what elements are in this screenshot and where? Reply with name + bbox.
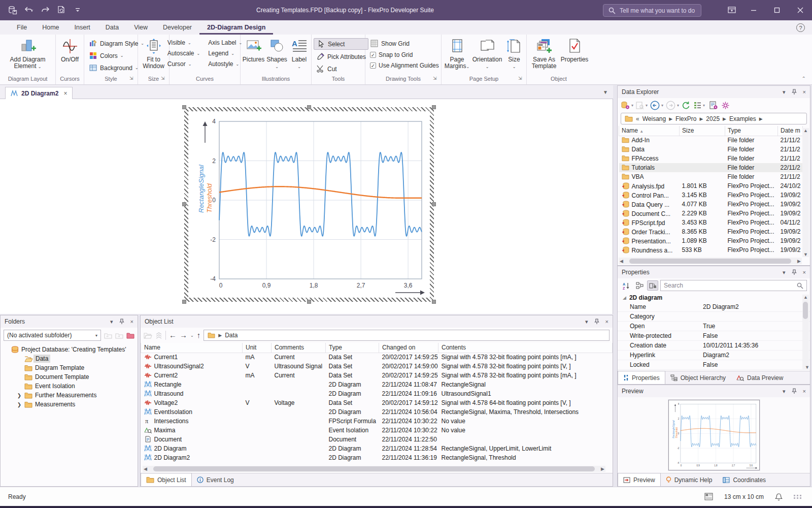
notifications-bell-icon[interactable] (775, 493, 783, 501)
page-layout-icon[interactable] (704, 493, 713, 500)
page-size-button[interactable]: Size⌄ (504, 37, 524, 73)
window-position-icon[interactable]: ▾ (585, 319, 588, 325)
expand-chevron-icon[interactable]: ❯ (17, 393, 22, 398)
column-header-name[interactable]: Name ▲ (619, 126, 680, 136)
toggle-description-icon[interactable] (647, 280, 658, 291)
close-icon[interactable]: × (130, 319, 133, 325)
folder-tree-item[interactable]: Document Template (4, 372, 138, 382)
selection-handle[interactable] (182, 202, 186, 206)
page-margins-button[interactable]: Page Margins⌄ (444, 37, 470, 73)
file-row[interactable]: FPScript.fpd3.453 KBFlexPro Project...04… (619, 218, 803, 227)
use-alignment-guides-checkbox[interactable]: ✓ Use Alignment Guides (367, 61, 442, 70)
window-position-icon[interactable]: ▾ (783, 388, 786, 395)
show-grid-button[interactable]: Show Grid (367, 38, 442, 49)
tell-me-search[interactable]: Tell me what you want to do (603, 4, 701, 17)
breadcrumb-segment[interactable]: 2025▶ (706, 115, 726, 122)
index-icon[interactable] (709, 101, 718, 109)
pictures-button[interactable]: Pictures (243, 37, 265, 73)
file-row[interactable]: Roundness a...533 KBFlexPro Project...19… (619, 245, 803, 255)
column-header-type[interactable]: Type (326, 343, 379, 353)
document-tab-close-icon[interactable]: × (63, 90, 67, 97)
add-diagram-element-button[interactable]: Add Diagram Element ⌄ (2, 37, 53, 73)
properties-section-header[interactable]: ◢ 2D diagram (618, 293, 810, 302)
diagram-canvas[interactable]: 420-2-400,91,82,73,6RectangleSignalThres… (0, 99, 613, 314)
breadcrumb-overflow-icon[interactable]: « (636, 115, 639, 122)
selection-handle[interactable] (307, 105, 311, 109)
table-row[interactable]: DocumentDocument22/11/2024 11:22:50 (141, 435, 613, 444)
ribbon-tab-2d-diagram-design[interactable]: 2D-Diagram Design (199, 21, 273, 35)
property-row[interactable]: HyperlinkDiagram2 (618, 351, 810, 360)
selection-handle[interactable] (182, 300, 186, 304)
refresh-document-icon[interactable] (56, 5, 67, 16)
diagram-page[interactable]: 420-2-400,91,82,73,6RectangleSignalThres… (188, 111, 430, 298)
help-icon[interactable]: ? (796, 23, 805, 32)
redo-icon[interactable] (40, 5, 51, 16)
breadcrumb-segment[interactable]: Examples▶ (729, 115, 763, 122)
pin-icon[interactable] (119, 319, 124, 325)
cursors-on-off-button[interactable]: On/Off (58, 37, 82, 73)
select-button[interactable]: Select (314, 38, 368, 50)
previous-folder-icon[interactable] (104, 332, 112, 339)
property-row[interactable]: LockedFalse (618, 360, 810, 370)
folder-tree-item[interactable]: ❯Further Measurements (4, 391, 138, 400)
close-icon[interactable]: × (803, 89, 806, 95)
file-row[interactable]: DataFile folder21/11/2 (619, 145, 803, 154)
undo-icon[interactable] (23, 5, 35, 16)
size-dialog-launcher-icon[interactable]: ⇲ (161, 76, 167, 82)
table-row[interactable]: 2D Diagram2D Diagram22/11/2024 11:28:54R… (141, 444, 613, 453)
resize-grip[interactable] (794, 495, 802, 499)
preview-mode-icon[interactable] (636, 102, 644, 109)
data-explorer-vertical-scrollbar[interactable]: ▲▼ (802, 128, 809, 257)
file-row[interactable]: FPAccessFile folder21/11/2 (619, 154, 803, 163)
tab-preview[interactable]: Preview (618, 473, 661, 486)
preview-thumbnail[interactable]: 420-2-400,91,82,73,6RectangleSignalThres… (668, 400, 760, 470)
folder-tree-item[interactable]: Project Database: 'Creating Templates' (4, 345, 138, 354)
tab-properties[interactable]: Properties (618, 371, 665, 384)
expand-levels-icon[interactable] (155, 332, 162, 339)
forward-icon[interactable] (666, 101, 675, 110)
tab-event-log[interactable]: Event Log (192, 473, 240, 486)
minimize-button[interactable] (742, 0, 765, 20)
window-position-icon[interactable]: ▾ (783, 89, 786, 96)
document-tab[interactable]: 2D Diagram2 × (5, 87, 73, 99)
back-icon[interactable] (650, 101, 660, 110)
table-row[interactable]: Rectangle2D Diagram22/11/2024 11:08:47Re… (141, 380, 613, 389)
table-row[interactable]: UltrasoundSignal2VUltrasound SignalData … (141, 362, 613, 371)
property-row[interactable]: OpenTrue (618, 322, 810, 331)
pin-icon[interactable] (792, 269, 797, 275)
new-folder-icon[interactable] (126, 332, 134, 339)
folder-tree-item[interactable]: Diagram Template (4, 363, 138, 372)
autostyle-button[interactable]: Autostyle⌄ (206, 59, 245, 69)
selection-handle[interactable] (307, 300, 311, 304)
forward-icon[interactable]: → (180, 332, 187, 339)
property-row[interactable]: Name2D Diagram2 (618, 302, 810, 312)
scroll-right-icon[interactable]: ▶ (600, 466, 605, 471)
ribbon-tab-insert[interactable]: Insert (67, 21, 98, 35)
table-row[interactable]: Voltage2VVoltageData Set20/02/2017 14:59… (141, 398, 613, 407)
column-header-changed-on[interactable]: Changed on (379, 343, 438, 353)
qat-customize-icon[interactable] (72, 5, 83, 16)
ribbon-display-options-icon[interactable] (722, 0, 742, 20)
cut-button[interactable]: Cut (314, 64, 368, 74)
file-row[interactable]: VBAFile folder21/11/2 (619, 172, 803, 181)
up-icon[interactable]: ↑ (197, 332, 201, 339)
selection-handle[interactable] (182, 105, 186, 109)
scrollbar-thumb[interactable] (153, 466, 595, 471)
expand-chevron-icon[interactable]: ❯ (17, 402, 22, 407)
collapse-ribbon-icon[interactable]: ⌃ (802, 76, 806, 81)
scroll-left-icon[interactable]: ◀ (619, 259, 624, 264)
close-icon[interactable]: × (605, 319, 608, 325)
fit-to-window-button[interactable]: Fit to Window (140, 37, 167, 73)
tab-list-dropdown-icon[interactable]: ▼ (603, 89, 608, 95)
scrollbar-thumb[interactable] (629, 259, 791, 264)
tab-dynamic-help[interactable]: Dynamic Help (661, 473, 718, 486)
cursor-button[interactable]: Cursor⌄ (165, 59, 202, 69)
maximize-button[interactable] (765, 0, 789, 20)
folder-tree-item[interactable]: Data (4, 354, 138, 363)
datasource-icon[interactable] (621, 101, 630, 109)
axis-label-button[interactable]: Axis Label⌄ (206, 38, 245, 47)
refresh-icon[interactable] (682, 101, 690, 109)
file-row[interactable]: Analysis.fpd1.801 KBFlexPro Project...24… (619, 181, 803, 190)
open-folder-icon[interactable] (144, 332, 152, 339)
column-header-unit[interactable]: Unit (243, 343, 272, 353)
